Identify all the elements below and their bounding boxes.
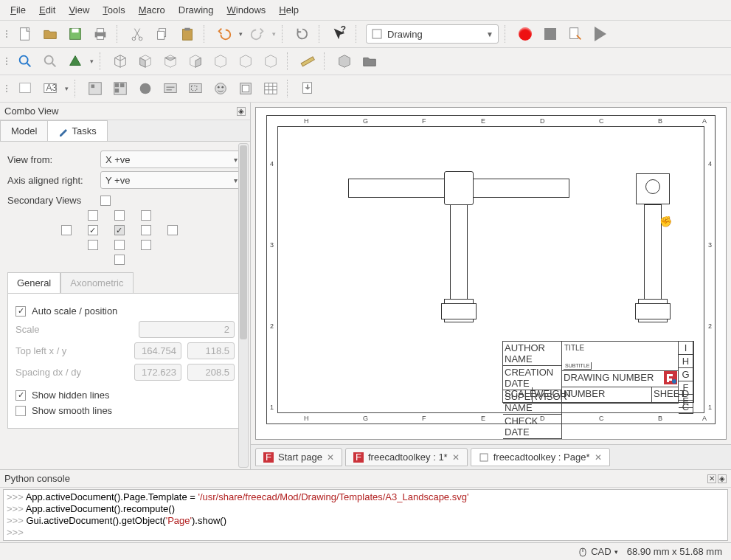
doc-tab-1[interactable]: F freecadtoolkey : 1* ✕ bbox=[345, 448, 468, 466]
secview-checkbox[interactable] bbox=[141, 210, 151, 221]
panel-close-button[interactable]: ✕ bbox=[707, 474, 716, 483]
record-icon bbox=[519, 27, 532, 41]
view-from-select[interactable]: X +ve bbox=[100, 151, 243, 168]
macro-stop-button[interactable] bbox=[540, 24, 561, 44]
workbench-selector[interactable]: Drawing ▼ bbox=[366, 24, 499, 44]
secview-checkbox[interactable] bbox=[88, 210, 98, 221]
auto-scale-checkbox[interactable] bbox=[15, 306, 26, 317]
toolbar-handle[interactable] bbox=[6, 30, 10, 38]
refresh-button[interactable] bbox=[292, 24, 313, 44]
python-console[interactable]: >>> App.activeDocument().Page.Template =… bbox=[3, 489, 728, 541]
secview-checkbox[interactable] bbox=[114, 240, 125, 250]
menu-edit[interactable]: Edit bbox=[33, 1, 61, 18]
save-button[interactable] bbox=[65, 24, 86, 44]
view-iso-button[interactable] bbox=[110, 51, 131, 72]
secview-checkbox[interactable] bbox=[114, 255, 125, 265]
secview-checkbox[interactable] bbox=[114, 210, 125, 221]
new-a3-button[interactable]: A3 bbox=[40, 78, 60, 99]
part-box-button[interactable] bbox=[334, 51, 355, 72]
browser-view-button[interactable] bbox=[135, 78, 156, 99]
svg-rect-30 bbox=[190, 84, 202, 93]
secview-checkbox[interactable] bbox=[141, 225, 151, 235]
svg-rect-47 bbox=[480, 454, 488, 461]
secview-checkbox[interactable] bbox=[141, 240, 151, 250]
zoom-selection-button[interactable] bbox=[40, 51, 60, 72]
open-folder-button[interactable] bbox=[359, 51, 380, 72]
drawing-workbench-icon bbox=[371, 28, 383, 40]
measure-button[interactable] bbox=[297, 51, 318, 72]
secview-checkbox[interactable] bbox=[88, 225, 98, 235]
draft-view-button[interactable] bbox=[235, 78, 256, 99]
axis-right-select[interactable]: Y +ve bbox=[100, 171, 243, 189]
toolbar-handle[interactable] bbox=[6, 58, 10, 65]
drawing-view-part bbox=[645, 179, 660, 194]
svg-rect-27 bbox=[115, 89, 119, 93]
secview-checkbox[interactable] bbox=[88, 240, 98, 250]
toolbar-handle[interactable] bbox=[6, 85, 10, 92]
panel-undock-button[interactable]: ◈ bbox=[718, 474, 727, 483]
nav-style-selector[interactable]: CAD ▾ bbox=[578, 546, 617, 557]
view-bottom-button[interactable] bbox=[235, 51, 256, 72]
spreadsheet-view-button[interactable] bbox=[260, 78, 281, 99]
menu-macro[interactable]: Macro bbox=[133, 1, 171, 18]
menu-drawing[interactable]: Drawing bbox=[173, 1, 220, 18]
pencil-icon bbox=[58, 126, 69, 136]
drawing-canvas[interactable]: H G F E D C B A H G F E D C B A 4 3 2 bbox=[255, 107, 727, 440]
subtab-axonometric[interactable]: Axonometric bbox=[60, 272, 133, 293]
macro-record-button[interactable] bbox=[515, 24, 536, 44]
doc-tab-page[interactable]: freecadtoolkey : Page* ✕ bbox=[471, 448, 610, 466]
tab-model[interactable]: Model bbox=[0, 120, 48, 141]
drawing-area: H G F E D C B A H G F E D C B A 4 3 2 bbox=[251, 103, 731, 469]
menu-tools[interactable]: Tools bbox=[97, 1, 131, 18]
copy-button[interactable] bbox=[152, 24, 173, 44]
view-left-button[interactable] bbox=[260, 51, 281, 72]
secview-checkbox[interactable] bbox=[100, 196, 111, 206]
auto-scale-label: Auto scale / position bbox=[32, 305, 117, 317]
cut-button[interactable] bbox=[127, 24, 148, 44]
tab-tasks[interactable]: Tasks bbox=[47, 120, 107, 141]
view-right-button[interactable] bbox=[185, 51, 206, 72]
annotation-button[interactable] bbox=[160, 78, 181, 99]
draw-style-button[interactable] bbox=[65, 51, 86, 72]
paste-button[interactable] bbox=[177, 24, 198, 44]
undo-button[interactable] bbox=[214, 24, 235, 44]
print-button[interactable] bbox=[90, 24, 111, 44]
show-smooth-checkbox[interactable] bbox=[15, 406, 26, 416]
secview-checkbox[interactable] bbox=[61, 225, 72, 235]
insert-view-button[interactable] bbox=[85, 78, 105, 99]
new-drawing-button[interactable] bbox=[15, 78, 35, 99]
new-doc-button[interactable] bbox=[15, 24, 35, 44]
view-rear-button[interactable] bbox=[210, 51, 231, 72]
menu-file[interactable]: File bbox=[4, 1, 32, 18]
close-tab-button[interactable]: ✕ bbox=[595, 452, 602, 463]
close-tab-button[interactable]: ✕ bbox=[452, 452, 460, 463]
menu-help[interactable]: Help bbox=[273, 1, 305, 18]
redo-button[interactable] bbox=[247, 24, 268, 44]
workbench-label: Drawing bbox=[387, 29, 423, 40]
task-scrollbar[interactable] bbox=[238, 143, 249, 468]
menu-windows[interactable]: Windows bbox=[221, 1, 272, 18]
svg-rect-36 bbox=[242, 85, 249, 91]
doc-tab-start[interactable]: F Start page ✕ bbox=[255, 448, 342, 466]
open-button[interactable] bbox=[40, 24, 60, 44]
view-front-button[interactable] bbox=[135, 51, 156, 72]
clip-button[interactable] bbox=[185, 78, 206, 99]
export-page-button[interactable] bbox=[297, 78, 318, 99]
document-tabs: F Start page ✕ F freecadtoolkey : 1* ✕ f… bbox=[251, 444, 731, 469]
close-tab-button[interactable]: ✕ bbox=[327, 452, 334, 463]
svg-text:F: F bbox=[356, 452, 361, 463]
zoom-fit-button[interactable] bbox=[15, 51, 35, 72]
panel-undock-button[interactable]: ◈ bbox=[237, 107, 246, 116]
subtab-general[interactable]: General bbox=[7, 272, 60, 293]
menu-view[interactable]: View bbox=[63, 1, 95, 18]
ortho-views-button[interactable] bbox=[110, 78, 131, 99]
show-hidden-checkbox[interactable] bbox=[15, 390, 26, 401]
macro-edit-button[interactable] bbox=[565, 24, 586, 44]
macro-play-button[interactable] bbox=[590, 24, 611, 44]
svg-point-16 bbox=[45, 56, 53, 64]
view-top-button[interactable] bbox=[160, 51, 181, 72]
drawing-view-part bbox=[441, 303, 477, 319]
whatsthis-button[interactable]: ? bbox=[329, 24, 350, 44]
symbol-button[interactable] bbox=[210, 78, 231, 99]
secview-checkbox[interactable] bbox=[167, 225, 178, 235]
